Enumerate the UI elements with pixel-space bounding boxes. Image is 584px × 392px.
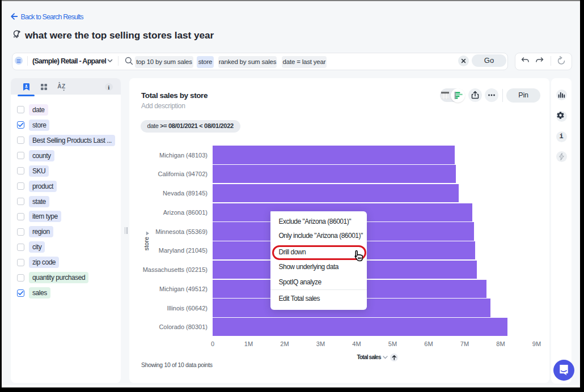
svg-text:AZ: AZ (57, 83, 65, 90)
